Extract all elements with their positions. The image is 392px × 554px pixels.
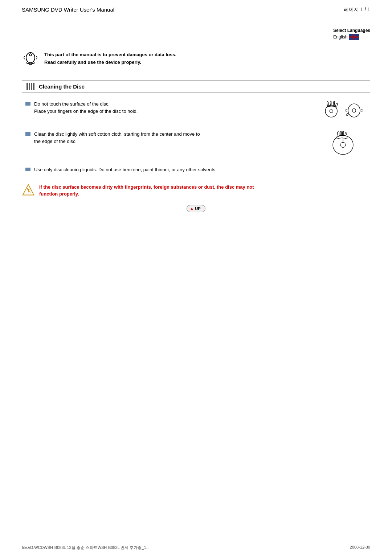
document-title: SAMSUNG DVD Writer User's Manual: [22, 7, 114, 13]
bullet-content-1: Do not touch the surface of the disc. Pl…: [34, 100, 367, 120]
bullet-content-3: Use only disc cleaning liquids. Do not u…: [34, 166, 367, 173]
up-button-label: UP: [195, 206, 200, 211]
page-number: 페이지 1 / 1: [344, 7, 370, 13]
main-content: Select Languages English: [0, 17, 392, 554]
bullet-icon-3: [25, 168, 30, 171]
svg-point-2: [29, 54, 32, 56]
bullet-item-1: Do not touch the surface of the disc. Pl…: [25, 100, 367, 120]
bullet-text-1: Do not touch the surface of the disc. Pl…: [34, 100, 312, 115]
svg-point-5: [348, 104, 360, 117]
bullet-text-line2-1: Place your fingers on the edge of the di…: [34, 108, 312, 115]
lang-selector[interactable]: Select Languages English: [333, 28, 370, 40]
warning-text: This part of the manual is to prevent da…: [44, 51, 176, 66]
bar-line-2: [29, 83, 30, 90]
page-header: SAMSUNG DVD Writer User's Manual 페이지 1 /…: [0, 0, 392, 17]
cleaning-image: [319, 131, 367, 156]
bullet-text-line1-1: Do not touch the surface of the disc.: [34, 100, 312, 108]
bullet-icon-2: [25, 132, 30, 136]
up-button[interactable]: ▲ UP: [187, 205, 205, 212]
svg-point-8: [340, 142, 346, 147]
warning-line1: This part of the manual is to prevent da…: [44, 52, 176, 57]
page-wrapper: SAMSUNG DVD Writer User's Manual 페이지 1 /…: [0, 0, 392, 554]
bullet-text-line1-3: Use only disc cleaning liquids. Do not u…: [34, 166, 367, 173]
warning-box: This part of the manual is to prevent da…: [22, 48, 370, 73]
hand1-icon: [322, 100, 342, 120]
footer-path: file://D:WCDWSH-B083L 12월 중순 스타트WSH-B083…: [22, 545, 150, 550]
lang-text: English: [333, 34, 347, 40]
lang-flag-icon: [349, 34, 359, 40]
lang-label: Select Languages: [333, 28, 370, 33]
bullet-icon-1: [25, 102, 30, 106]
bullet-content-2: Clean the disc lightly with soft cotton …: [34, 131, 367, 156]
bullet-text-line1-2: Clean the disc lightly with soft cotton …: [34, 131, 312, 138]
bell-icon: [22, 52, 39, 69]
footer-date: 2008-12-30: [350, 545, 370, 550]
hand2-icon: [344, 100, 364, 120]
cleaning-icon: [325, 131, 361, 156]
svg-point-0: [26, 53, 35, 63]
bullet-text-2: Clean the disc lightly with soft cotton …: [34, 131, 312, 145]
section-header: Cleaning the Disc: [22, 80, 370, 93]
content-area: Do not touch the surface of the disc. Pl…: [22, 100, 370, 173]
lang-row: English: [333, 34, 370, 40]
bar-line-4: [33, 83, 34, 90]
warning-note-line2: function properly.: [39, 191, 79, 197]
bar-line-1: [26, 83, 28, 90]
section-bar-icon: [26, 83, 34, 90]
lang-selector-area: Select Languages English: [22, 28, 370, 40]
warning-note: ! If the disc surface becomes dirty with…: [22, 184, 370, 198]
bullet-item-3: Use only disc cleaning liquids. Do not u…: [25, 166, 367, 173]
warning-line2: Read carefully and use the device proper…: [44, 59, 141, 65]
warning-note-line1: If the disc surface becomes dirty with f…: [39, 184, 254, 190]
bullet-text-3: Use only disc cleaning liquids. Do not u…: [34, 166, 367, 173]
section-title: Cleaning the Disc: [39, 83, 85, 90]
warning-triangle-icon: !: [22, 184, 35, 197]
up-arrow-icon: ▲: [190, 206, 193, 210]
page-footer: file://D:WCDWSH-B083L 12월 중순 스타트WSH-B083…: [0, 541, 392, 554]
svg-point-4: [330, 110, 333, 113]
bullet-text-line2-2: the edge of the disc.: [34, 138, 312, 145]
warning-note-text: If the disc surface becomes dirty with f…: [39, 184, 254, 198]
bar-line-3: [31, 83, 32, 90]
svg-point-6: [352, 108, 356, 112]
disc-hands-image: [319, 100, 367, 120]
bullet-item-2: Clean the disc lightly with soft cotton …: [25, 131, 367, 156]
up-button-area: ▲ UP: [22, 205, 370, 212]
